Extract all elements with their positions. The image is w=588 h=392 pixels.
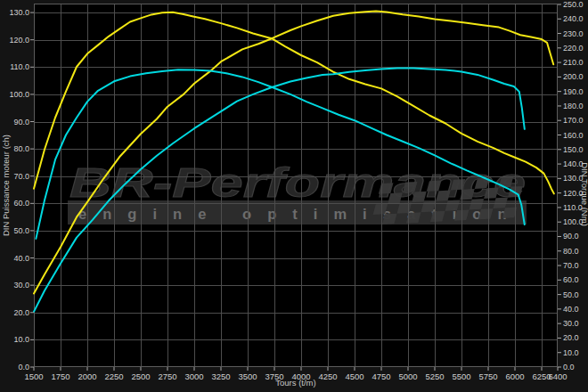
dyno-chart: BR-Performanceengine optimisation0.010.0… — [0, 0, 588, 392]
left-axis-tick-label: 100.0 — [9, 90, 29, 99]
right-axis-tick-label: 30.0 — [563, 319, 579, 328]
left-axis-title: DIN Puissance moteur (ch) — [1, 135, 11, 236]
x-axis-tick-label: 4250 — [318, 372, 337, 381]
left-axis-tick-label: 20.0 — [13, 308, 29, 317]
x-axis-tick-label: 4500 — [345, 372, 363, 381]
right-axis-tick-label: 240.0 — [563, 14, 584, 23]
right-axis-tick-label: 50.0 — [563, 290, 579, 299]
left-axis-tick-label: 0.0 — [18, 363, 29, 372]
x-axis-tick-label: 2500 — [131, 372, 150, 381]
right-axis-title: DIN Torque (Nm) — [580, 162, 588, 226]
right-axis-tick-label: 60.0 — [563, 275, 579, 284]
x-axis-tick-label: 6400 — [548, 372, 567, 381]
left-axis-tick-label: 70.0 — [13, 172, 29, 181]
x-axis-tick-label: 4750 — [372, 372, 390, 381]
right-axis-tick-label: 10.0 — [563, 348, 579, 357]
x-axis-tick-label: 3000 — [184, 372, 203, 381]
right-axis-tick-label: 220.0 — [563, 44, 584, 53]
left-axis-tick-label: 90.0 — [13, 118, 29, 127]
right-axis-tick-label: 20.0 — [563, 333, 579, 342]
right-axis-tick-label: 70.0 — [563, 261, 579, 270]
right-axis-tick-label: 80.0 — [563, 247, 579, 256]
x-axis-tick-label: 1500 — [24, 372, 43, 381]
left-axis-tick-label: 60.0 — [13, 199, 29, 208]
x-axis-tick-label: 3500 — [238, 372, 257, 381]
x-axis-tick-label: 2250 — [104, 372, 123, 381]
x-axis-tick-label: 2000 — [78, 372, 96, 381]
right-axis-tick-label: 40.0 — [563, 305, 579, 314]
left-axis-tick-label: 30.0 — [13, 281, 29, 290]
right-axis-tick-label: 150.0 — [563, 145, 584, 154]
right-axis-tick-label: 190.0 — [563, 87, 584, 96]
left-axis-tick-label: 80.0 — [13, 144, 29, 153]
x-axis-tick-label: 5250 — [425, 372, 444, 381]
x-axis-title: Tours (t/m) — [275, 378, 315, 388]
right-axis-tick-label: 230.0 — [563, 29, 584, 38]
right-axis-tick-label: 0.0 — [563, 363, 575, 372]
right-axis-tick-label: 170.0 — [563, 116, 584, 125]
dyno-chart-container: BR-Performanceengine optimisation0.010.0… — [0, 0, 588, 392]
x-axis-tick-label: 1750 — [51, 372, 69, 381]
left-axis-tick-label: 130.0 — [9, 8, 29, 17]
right-axis-tick-label: 210.0 — [563, 58, 584, 67]
left-axis-tick-label: 110.0 — [10, 62, 29, 71]
right-axis-tick-label: 110.0 — [563, 203, 583, 212]
left-axis-tick-label: 120.0 — [9, 36, 29, 45]
left-axis-tick-label: 50.0 — [13, 226, 29, 235]
x-axis-tick-label: 6000 — [505, 372, 524, 381]
x-axis-tick-label: 5500 — [452, 372, 470, 381]
right-axis-tick-label: 160.0 — [563, 131, 584, 140]
x-axis-tick-label: 2750 — [158, 372, 176, 381]
x-axis-tick-label: 5750 — [478, 372, 497, 381]
right-axis-tick-label: 200.0 — [563, 72, 584, 81]
x-axis-tick-label: 5000 — [398, 372, 417, 381]
x-axis-tick-label: 3250 — [211, 372, 230, 381]
left-axis-tick-label: 40.0 — [13, 254, 29, 263]
right-axis-tick-label: 250.0 — [563, 0, 584, 9]
right-axis-tick-label: 90.0 — [563, 232, 579, 241]
right-axis-tick-label: 180.0 — [563, 102, 584, 110]
left-axis-tick-label: 10.0 — [13, 335, 29, 344]
